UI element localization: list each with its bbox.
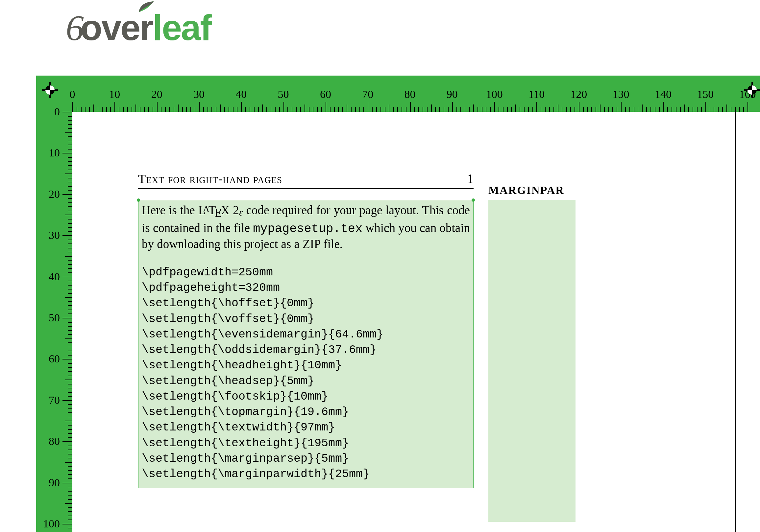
logo-over-text: 6over (66, 7, 153, 48)
latex2e-symbol: LATEX 2ε (198, 203, 243, 217)
intro-filename: mypagesetup.tex (253, 222, 362, 236)
ruler-h-label: 130 (613, 88, 630, 101)
ruler-v-label: 100 (43, 517, 60, 530)
ruler-h-label: 70 (362, 88, 373, 101)
ruler-h-label: 20 (151, 88, 163, 101)
ruler-h-label: 30 (193, 88, 205, 101)
ruler-v-label: 70 (49, 394, 60, 407)
page-number: 1 (467, 171, 474, 186)
overleaf-logo: 6over leaf (66, 7, 211, 49)
ruler-v-label: 10 (49, 147, 60, 159)
logo-leaf-text: leaf (153, 7, 211, 48)
ruler-v-label: 0 (54, 106, 60, 118)
ruler-h-label: 40 (235, 88, 247, 101)
intro-pre: Here is the (142, 203, 198, 217)
marginpar-region: MARGINPAR (488, 184, 576, 522)
crop-mark-icon (42, 82, 58, 98)
ruler-v-label: 20 (49, 188, 60, 200)
ruler-h-label: 100 (486, 88, 503, 101)
ruler-v-label: 30 (49, 229, 60, 242)
crop-mark-icon (744, 82, 760, 98)
ruler-h-label: 10 (109, 88, 120, 101)
header-title: Text for right-hand pages (138, 171, 282, 186)
corner-handle-icon (137, 199, 140, 202)
ruler-h-label: 120 (570, 88, 587, 101)
ruler-v-label: 40 (49, 270, 60, 283)
ruler-v-label: 90 (49, 476, 60, 489)
marginpar-box (488, 200, 576, 522)
ruler-h-label: 60 (320, 88, 331, 101)
ruler-v-label: 60 (49, 353, 60, 365)
latex-code-block: \pdfpagewidth=250mm \pdfpageheight=320mm… (142, 265, 470, 482)
ruler-h-label: 80 (404, 88, 416, 101)
marginpar-label: MARGINPAR (488, 184, 576, 197)
ruler-v-label: 80 (49, 435, 60, 448)
text-body-box: Here is the LATEX 2ε code required for y… (138, 200, 474, 488)
ruler-h-label: 140 (655, 88, 672, 101)
ruler-h-label: 150 (697, 88, 714, 101)
page-right-edge (735, 112, 736, 532)
ruler-h-ticks: 0102030405060708090100110120130140150160 (72, 75, 747, 112)
ruler-v-label: 50 (49, 312, 60, 324)
ruler-h-label: 110 (529, 88, 545, 101)
ruler-h-label: 50 (278, 88, 289, 101)
intro-paragraph: Here is the LATEX 2ε code required for y… (142, 203, 470, 252)
ruler-h-label: 90 (447, 88, 458, 101)
page-running-header: Text for right-hand pages 1 (138, 171, 474, 189)
ruler-canvas: 0102030405060708090100110120130140150160… (36, 75, 760, 532)
corner-handle-icon (472, 199, 475, 202)
ruler-h-label: 0 (70, 88, 75, 101)
leaf-icon (137, 1, 155, 14)
page-preview: Text for right-hand pages 1 Here is the … (72, 112, 747, 532)
ruler-v-ticks: 0102030405060708090100 (36, 112, 72, 532)
